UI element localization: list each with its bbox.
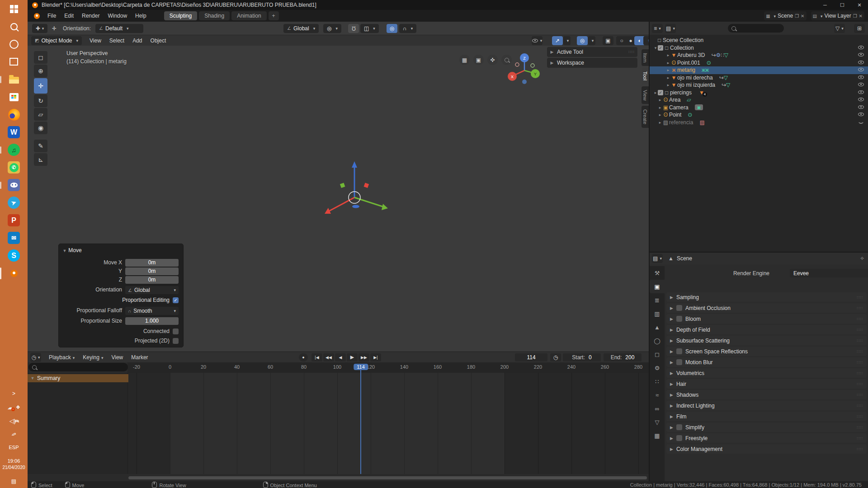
tray-expand-button[interactable]: > <box>0 387 28 400</box>
section-depth-of-field[interactable]: ▶Depth of Field <box>666 325 867 334</box>
keying-menu[interactable]: Keying <box>79 353 107 362</box>
orientation-dropdown[interactable]: ∠Global <box>125 286 179 294</box>
pivot-point-dropdown[interactable]: ◎ <box>323 24 341 33</box>
file-explorer-button[interactable] <box>0 70 28 88</box>
outliner-row-camera[interactable]: ▸ ▣ Camera ▣ <box>650 104 868 112</box>
tab-world-properties[interactable]: ◯ <box>650 334 665 347</box>
section-ambient-occlusion[interactable]: ▶Ambient Occlusion <box>666 303 867 313</box>
hide-eye-icon[interactable] <box>858 89 864 95</box>
start-frame-field[interactable]: Start:0 <box>563 353 601 361</box>
viewport-menu-add[interactable]: Add <box>128 36 146 45</box>
timeline-scrollbar[interactable] <box>128 476 647 479</box>
move-tool[interactable]: ✛ <box>34 78 47 94</box>
telegram-button[interactable]: ➤ <box>0 194 28 211</box>
snap-settings-dropdown[interactable]: ◫ <box>360 24 379 33</box>
hide-eye-icon[interactable] <box>858 59 864 65</box>
section-checkbox[interactable] <box>676 359 682 365</box>
section-motion-blur[interactable]: ▶Motion Blur <box>666 357 867 367</box>
outliner-row-referencia[interactable]: ▸ ▨ referencia ▨ <box>650 119 868 127</box>
marker-menu[interactable]: Marker <box>127 353 152 362</box>
powerpoint-button[interactable]: P <box>0 211 28 229</box>
outliner-row-ojo-izquierda[interactable]: ▸ ▼ ojo mi izquierda ↪ ▽ <box>650 81 868 89</box>
next-keyframe-button[interactable]: ▶▶ <box>359 353 369 361</box>
move-x-field[interactable]: 0m <box>125 259 179 267</box>
outliner-row-aruberu[interactable]: ▸ ▼ Aruberu 3D ↪ ⚙ ∷ ▽ <box>650 52 868 59</box>
object-visibility-dropdown[interactable] <box>532 36 542 45</box>
play-button[interactable]: ▶ <box>347 353 358 361</box>
tab-particles-properties[interactable]: ∷ <box>650 375 665 388</box>
hide-eye-icon[interactable] <box>858 74 864 80</box>
hidden-eye-icon[interactable] <box>858 119 864 125</box>
record-button[interactable]: ● <box>299 353 308 361</box>
tray-language[interactable]: ESP <box>0 441 28 455</box>
viewport-3d[interactable]: User Perspective (114) Collection | meta… <box>28 46 649 352</box>
transform-orientation-dropdown[interactable]: ∠Global <box>283 24 319 33</box>
spotify-button[interactable]: ♫ <box>0 141 28 159</box>
display-mode-dropdown[interactable]: ▤ <box>665 24 676 33</box>
jump-to-start-button[interactable]: |◀ <box>311 353 322 361</box>
tab-modifier-properties[interactable]: ⚙ <box>650 361 665 375</box>
sidebar-tab-view[interactable]: View <box>642 86 649 104</box>
measure-tool[interactable]: ⊾ <box>34 153 47 166</box>
summary-channel[interactable]: ▼Summary <box>28 374 128 382</box>
tray-cloud-dropbox[interactable]: ☁− ❖ <box>0 400 28 414</box>
section-shadows[interactable]: ▶Shadows <box>666 390 867 399</box>
remove-view-layer-icon[interactable]: ✕ <box>859 14 863 19</box>
snap-toggle[interactable]: Ω <box>348 24 359 33</box>
whatsapp-button[interactable]: ✆ <box>0 159 28 176</box>
viewport-menu-object[interactable]: Object <box>146 36 170 45</box>
tray-clock[interactable]: 19:0621/04/2020 <box>0 455 28 474</box>
timeline-grid[interactable] <box>127 373 649 474</box>
close-button[interactable]: ✕ <box>851 0 868 10</box>
skype-button[interactable]: S <box>0 247 28 264</box>
sidebar-tab-tool[interactable]: Tool <box>642 68 649 84</box>
tab-constraints-properties[interactable]: ∞ <box>650 402 665 415</box>
current-frame-field[interactable]: 114 <box>515 353 547 361</box>
overlays-toggle[interactable]: ◎ <box>577 36 588 45</box>
section-checkbox[interactable] <box>676 305 682 311</box>
outliner-row-area[interactable]: ▸ ʘ Area ▱ <box>650 96 868 104</box>
menu-window[interactable]: Window <box>104 11 131 20</box>
menu-edit[interactable]: Edit <box>60 11 78 20</box>
use-preview-range-button[interactable]: ◷ <box>550 353 561 361</box>
end-frame-field[interactable]: End:200 <box>604 353 642 361</box>
task-view-button[interactable] <box>0 53 28 70</box>
sidebar-tab-item[interactable]: Item <box>642 49 649 66</box>
section-checkbox[interactable] <box>676 316 682 322</box>
outliner-row-piercings[interactable]: ▸ □ piercings ▼4 <box>650 89 868 97</box>
tab-texture-properties[interactable]: ▦ <box>650 429 665 442</box>
viewport-menu-view[interactable]: View <box>85 36 105 45</box>
scale-tool[interactable]: ▱ <box>34 108 47 121</box>
sidebar-tab-create[interactable]: Create <box>642 106 649 128</box>
tab-render-properties[interactable]: ▣ <box>650 280 665 293</box>
outliner-search-field[interactable] <box>728 24 784 33</box>
section-bloom[interactable]: ▶Bloom <box>666 314 867 324</box>
section-checkbox[interactable] <box>676 348 682 354</box>
proportional-size-field[interactable]: 1.000 <box>125 317 179 325</box>
hide-eye-icon[interactable] <box>858 52 864 57</box>
tab-tool-properties[interactable]: ⚒ <box>650 266 665 280</box>
tab-physics-properties[interactable]: ≈ <box>650 388 665 402</box>
scene-selector[interactable]: ▦ Scene ❐ ✕ <box>764 11 806 20</box>
camera-view-button[interactable]: ▣ <box>473 55 484 65</box>
new-view-layer-icon[interactable]: ❐ <box>853 14 857 19</box>
word-button[interactable]: W <box>0 123 28 141</box>
proportional-editing-toggle[interactable]: ◎ <box>387 24 397 33</box>
collection-checkbox[interactable] <box>658 45 663 51</box>
connected-checkbox[interactable] <box>173 328 179 334</box>
projected-checkbox[interactable] <box>173 338 179 344</box>
menu-help[interactable]: Help <box>131 11 151 20</box>
start-button[interactable] <box>0 0 28 18</box>
transform-gizmo[interactable] <box>287 143 422 243</box>
pan-view-button[interactable]: ✜ <box>487 55 498 65</box>
unlink-scene-icon[interactable]: ✕ <box>801 14 804 19</box>
outliner-row-point001[interactable]: ▸ ʘ Point.001 ⊙ <box>650 59 868 67</box>
menu-file[interactable]: File <box>43 11 60 20</box>
add-workspace-button[interactable]: + <box>269 11 279 20</box>
play-reverse-button[interactable]: ◀ <box>335 353 346 361</box>
falloff-dropdown[interactable]: ∩Smooth <box>125 307 179 315</box>
tray-volume-network[interactable]: ◁) ((( <box>0 414 28 427</box>
tab-output-properties[interactable]: ≣ <box>650 293 665 307</box>
new-scene-icon[interactable]: ❐ <box>795 14 799 19</box>
proportional-editing-checkbox[interactable] <box>173 297 179 303</box>
